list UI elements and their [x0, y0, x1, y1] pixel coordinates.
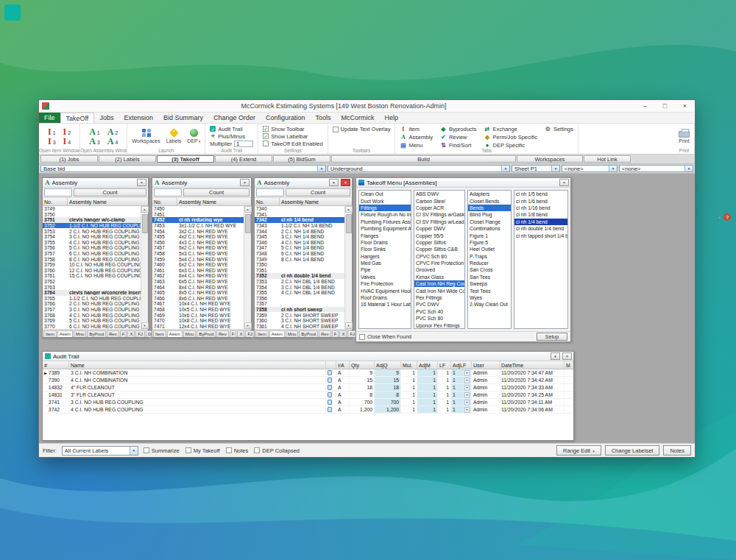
panel-tab[interactable]: F: [230, 330, 237, 337]
assembly-row[interactable]: 3765 1-1/2 C.I. NO HUB REG COUPLING: [43, 296, 141, 302]
audit-column-header[interactable]: Name: [69, 361, 326, 369]
takeoff-menu-item[interactable]: 2-Way Clean Out: [468, 301, 511, 308]
scroll-thumb[interactable]: [245, 214, 251, 233]
panel-tab[interactable]: F: [332, 330, 339, 337]
tab-toggle[interactable]: ⚙ Settings: [545, 125, 573, 133]
filter-combo[interactable]: All Current Labels: [62, 446, 138, 456]
cell-adjq[interactable]: 18: [375, 384, 401, 391]
panel-tab[interactable]: Mnu: [74, 330, 87, 337]
assembly-row[interactable]: 3761 15 C.I. NO HUB REG COUPLING: [43, 273, 141, 279]
takeoff-menu-item[interactable]: Plumbing Fixtures Assem...: [359, 219, 411, 225]
panel-title-bar[interactable]: A Assembly: [255, 178, 352, 188]
scroll-thumb[interactable]: [346, 214, 352, 233]
panel-tab[interactable]: ByProd: [299, 330, 318, 337]
assembly-row[interactable]: 3760 12 C.I. NO HUB REG COUPLING: [43, 268, 141, 274]
takeoff-menu-item[interactable]: Floor Drains: [359, 239, 411, 246]
cell-icon[interactable]: [326, 399, 336, 405]
cell-adjlf[interactable]: 1: [451, 406, 472, 413]
takeoff-menu-item[interactable]: Valves: [359, 274, 411, 280]
filter-checkbox[interactable]: Summarize: [144, 447, 180, 454]
cell-adjm[interactable]: 1: [417, 399, 438, 405]
assembly-row[interactable]: 7359 2 C.I. NH SHORT SWEEP: [255, 312, 344, 318]
assembly-row[interactable]: 7361 4 C.I. NH SHORT SWEEP: [255, 323, 344, 329]
panel-close-button[interactable]: [559, 179, 569, 186]
col-name-header[interactable]: Assembly Name: [280, 198, 352, 205]
takeoff-menu-item[interactable]: Carbon Steel: [414, 197, 464, 204]
audit-row[interactable]: 14831 3" FLR CLEANOUT A 8 8 1 1 1 1 Admi…: [43, 391, 573, 399]
audit-column-header[interactable]: AdjQ: [375, 361, 401, 369]
assembly-row[interactable]: 7356: [255, 296, 344, 302]
takeoff-menu-item[interactable]: ci nh double 1/4 bend: [514, 225, 567, 232]
takeoff-menu-item[interactable]: PVC DWV: [414, 301, 464, 308]
takeoff-menu-item[interactable]: Cast Iron NH Reg Coup: [414, 280, 464, 287]
count-input[interactable]: [44, 188, 72, 196]
takeoff-menu-item[interactable]: CPVC Fire Protection: [414, 260, 464, 266]
menu-item[interactable]: McCormick: [336, 113, 380, 123]
count-button[interactable]: Count: [74, 188, 146, 196]
audit-column-header[interactable]: AdjLF: [451, 361, 472, 369]
takeoff-menu-item[interactable]: Combinations: [468, 225, 511, 232]
maximize-button[interactable]: □: [655, 100, 675, 112]
takeoff-menu-item[interactable]: Clean Out: [359, 191, 411, 197]
workflow-tab[interactable]: (3) Takeoff: [157, 155, 214, 163]
assembly-row[interactable]: 3757 6 C.I. NO HUB REG COUPLING: [43, 251, 141, 257]
assembly-row[interactable]: 3767 3 C.I. NO HUB REG COUPLING: [43, 307, 141, 313]
audit-column-header[interactable]: LF: [438, 361, 451, 369]
takeoff-menu-item[interactable]: Duct Work: [359, 197, 411, 204]
panel-tab[interactable]: ByProd: [87, 330, 106, 337]
help-icon[interactable]: [723, 213, 731, 221]
col-name-header[interactable]: Assembly Name: [177, 198, 251, 205]
workflow-tab[interactable]: Hot Link: [584, 155, 631, 163]
workflow-tab[interactable]: (5) BidSum: [273, 155, 330, 163]
tab-toggle[interactable]: A Assembly: [400, 133, 433, 141]
audit-row[interactable]: 14832 4" FLR CLEANOUT A 18 18 1 1 1 1 Ad…: [43, 384, 573, 391]
takeoff-menu-item[interactable]: ci nh 1/8 bend: [514, 211, 567, 218]
menu-item[interactable]: Change Order: [208, 113, 261, 123]
takeoff-menu-item[interactable]: Fire Protection: [359, 280, 411, 287]
notes-button[interactable]: Notes: [663, 445, 691, 456]
print-button[interactable]: Print: [679, 125, 690, 147]
takeoff-menu-item[interactable]: Copper ACR: [414, 205, 464, 211]
takeoff-menu-item[interactable]: Cast Iron NH Wide Coup: [414, 287, 464, 294]
takeoff-menu-item[interactable]: Copper Silfos C&B: [414, 246, 464, 252]
count-button[interactable]: Count: [183, 188, 250, 196]
scrollbar[interactable]: [141, 206, 148, 329]
assembly-row[interactable]: 3751 clevis hanger w/c-clamp: [43, 217, 141, 223]
menu-item[interactable]: Bid Summary: [158, 113, 208, 123]
range-edit-button[interactable]: Range Edit: [556, 445, 601, 456]
takeoff-menu-item[interactable]: ABS DWV: [414, 191, 464, 197]
takeoff-menu-item[interactable]: Test Tees: [468, 287, 511, 294]
close-when-found-checkbox[interactable]: [359, 334, 365, 340]
assembly-row[interactable]: 7469 10x6 C.I. NH RED WYE: [152, 312, 244, 318]
panel-title-bar[interactable]: A Assembly: [43, 178, 148, 188]
takeoff-menu-item[interactable]: Pex Fittings: [414, 294, 464, 301]
cell-icon[interactable]: [326, 377, 336, 383]
assembly-row[interactable]: 7451: [152, 212, 244, 218]
takeoff-menu-item[interactable]: Grooved: [414, 266, 464, 273]
assembly-row[interactable]: 3752 1-1/2 C.I. NO HUB REG COUPLING: [43, 223, 141, 229]
panel-tab[interactable]: X: [339, 330, 347, 337]
scrollbar[interactable]: [344, 206, 352, 329]
filter-checkbox[interactable]: Notes: [226, 447, 249, 454]
label-combo[interactable]: <none>: [619, 165, 693, 172]
count-input[interactable]: [256, 188, 284, 196]
cell-adjm[interactable]: 1: [417, 391, 438, 398]
audit-column-header[interactable]: #: [43, 361, 69, 369]
workflow-tab[interactable]: (2) Labels: [99, 155, 156, 163]
open-assembly-window-button[interactable]: A 3: [89, 137, 100, 146]
cell-adjlf[interactable]: 1: [451, 377, 472, 383]
assembly-row[interactable]: 7353 2 C.I. NH DBL 1/4 BEND: [255, 279, 344, 285]
setup-button[interactable]: Setup: [537, 333, 567, 341]
assembly-row[interactable]: 3769 5 C.I. NO HUB REG COUPLING: [43, 318, 141, 324]
assembly-row[interactable]: 3758 8 C.I. NO HUB REG COUPLING: [43, 256, 141, 262]
assembly-row[interactable]: 7458 5x3 C.I. NH RED WYE: [152, 251, 244, 257]
tab-toggle[interactable]: ⇄ Exchange: [484, 125, 537, 133]
cell-adjlf[interactable]: 1: [451, 384, 472, 391]
workspaces-button[interactable]: Workspaces: [132, 129, 160, 143]
assembly-row[interactable]: 7459 5x4 C.I. NH RED WYE: [152, 256, 244, 262]
assembly-row[interactable]: 7354 3 C.I. NH DBL 1/4 BEND: [255, 284, 344, 290]
assembly-row[interactable]: 7462 6x4 C.I. NH RED WYE: [152, 273, 244, 279]
panel-pin-button[interactable]: [551, 352, 560, 360]
cell-icon[interactable]: [326, 391, 336, 398]
assembly-row[interactable]: 3759 10 C.I. NO HUB REG COUPLING: [43, 262, 141, 268]
